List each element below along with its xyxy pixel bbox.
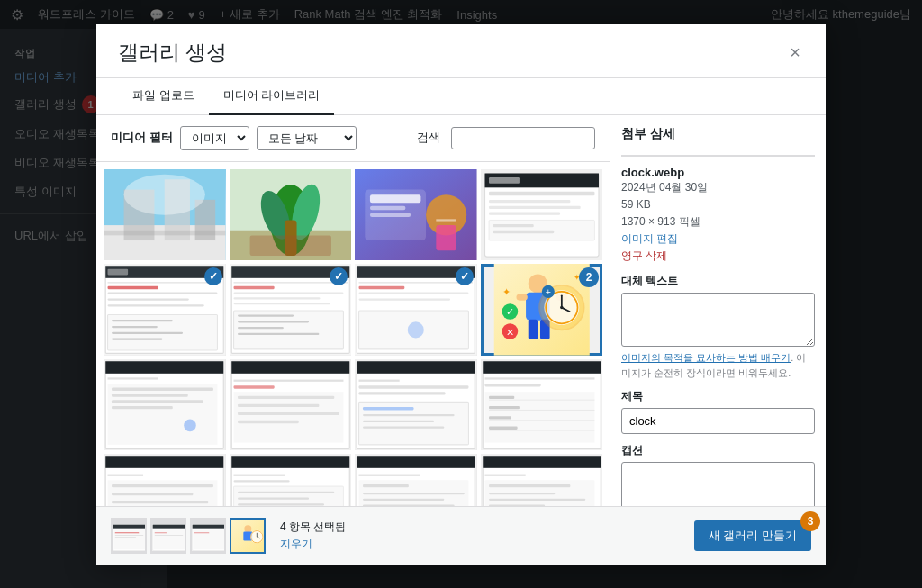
svg-rect-150 bbox=[233, 475, 284, 476]
title-input[interactable]: clock bbox=[621, 408, 815, 434]
media-item[interactable]: ✓ bbox=[104, 264, 226, 356]
alt-text-label: 대체 텍스트 bbox=[621, 274, 815, 289]
media-item[interactable] bbox=[481, 169, 603, 261]
svg-rect-98 bbox=[112, 400, 203, 403]
svg-rect-124 bbox=[483, 361, 601, 374]
svg-rect-26 bbox=[489, 191, 594, 195]
svg-rect-20 bbox=[436, 225, 456, 250]
svg-rect-104 bbox=[233, 379, 343, 381]
svg-rect-40 bbox=[108, 299, 189, 301]
svg-rect-43 bbox=[112, 320, 173, 321]
media-item[interactable] bbox=[481, 359, 603, 451]
gallery-modal: 갤러리 생성 × 파일 업로드 미디어 라이브러리 미디어 필터 이미지 bbox=[96, 24, 826, 565]
svg-rect-167 bbox=[363, 505, 455, 506]
create-gallery-button[interactable]: 새 갤러리 만들기 bbox=[694, 520, 811, 551]
svg-rect-119 bbox=[363, 414, 455, 416]
alt-text-hint: 이미지의 목적을 묘사하는 방법 배우기. 이미지가 순전히 장식이라면 비워두… bbox=[621, 350, 815, 380]
search-input[interactable] bbox=[451, 127, 595, 149]
alt-text-learn-link[interactable]: 이미지의 목적을 묘사하는 방법 배우기 bbox=[621, 352, 791, 363]
svg-rect-65 bbox=[359, 293, 469, 294]
media-checkmark: ✓ bbox=[204, 267, 222, 285]
svg-rect-125 bbox=[484, 377, 594, 379]
svg-rect-13 bbox=[249, 235, 330, 256]
footer-thumb-1[interactable] bbox=[111, 518, 147, 554]
svg-rect-107 bbox=[238, 395, 334, 398]
title-label: 제목 bbox=[621, 389, 815, 404]
details-preview: ✓ ✕ + bbox=[621, 155, 815, 157]
media-item-clock[interactable]: ✦ ✦ ✦ ✓ ✕ bbox=[481, 264, 603, 356]
svg-rect-216 bbox=[194, 532, 210, 533]
svg-rect-64 bbox=[359, 286, 405, 289]
svg-rect-171 bbox=[483, 457, 601, 469]
media-item[interactable]: ✓ bbox=[355, 264, 477, 356]
filter-date-select[interactable]: 모든 날짜 2024년 04월 2024년 03월 bbox=[257, 126, 357, 150]
caption-input[interactable] bbox=[621, 462, 815, 505]
svg-rect-164 bbox=[363, 484, 409, 487]
media-item[interactable] bbox=[355, 359, 477, 451]
svg-rect-154 bbox=[238, 498, 309, 500]
svg-rect-56 bbox=[238, 315, 294, 317]
media-item[interactable] bbox=[104, 169, 226, 261]
create-gallery-step-badge: 3 bbox=[800, 511, 820, 531]
footer-selected-count: 4 항목 선택됨 bbox=[280, 520, 346, 535]
svg-rect-165 bbox=[363, 493, 465, 494]
media-item[interactable] bbox=[230, 169, 352, 261]
svg-rect-208 bbox=[153, 524, 186, 528]
svg-text:+: + bbox=[545, 286, 550, 297]
media-grid: ✓ bbox=[96, 162, 610, 506]
tab-file-upload[interactable]: 파일 업로드 bbox=[118, 78, 209, 115]
media-checkmark: ✓ bbox=[456, 267, 474, 285]
modal-tabs: 파일 업로드 미디어 라이브러리 bbox=[96, 78, 826, 115]
svg-rect-31 bbox=[493, 223, 533, 226]
svg-rect-121 bbox=[363, 426, 444, 428]
svg-rect-74 bbox=[528, 320, 538, 339]
svg-rect-139 bbox=[108, 475, 144, 476]
modal-close-button[interactable]: × bbox=[786, 40, 804, 65]
media-item[interactable] bbox=[104, 454, 226, 505]
svg-point-188 bbox=[719, 155, 744, 157]
svg-rect-133 bbox=[489, 406, 520, 409]
filter-type-select[interactable]: 이미지 오디오 비디오 bbox=[180, 126, 249, 150]
svg-rect-27 bbox=[489, 199, 570, 202]
alt-text-input[interactable] bbox=[621, 293, 815, 347]
media-checkmark: ✓ bbox=[330, 267, 348, 285]
svg-rect-183 bbox=[707, 155, 723, 157]
svg-rect-99 bbox=[112, 406, 173, 409]
tab-media-library[interactable]: 미디어 라이브러리 bbox=[209, 78, 335, 115]
modal-title: 갤러리 생성 bbox=[118, 39, 227, 67]
svg-rect-205 bbox=[115, 537, 136, 538]
svg-rect-54 bbox=[233, 303, 330, 304]
svg-rect-29 bbox=[489, 212, 560, 214]
svg-text:✓: ✓ bbox=[693, 155, 699, 157]
svg-rect-126 bbox=[484, 384, 540, 386]
details-panel: 첨부 삼세 bbox=[610, 115, 826, 506]
svg-rect-120 bbox=[363, 421, 434, 422]
svg-rect-135 bbox=[489, 426, 518, 429]
svg-rect-36 bbox=[108, 269, 129, 276]
media-item[interactable] bbox=[104, 359, 226, 451]
svg-rect-162 bbox=[359, 475, 420, 476]
details-caption-field: 캡션 bbox=[621, 443, 815, 505]
media-item[interactable] bbox=[355, 169, 477, 261]
media-item[interactable] bbox=[355, 454, 477, 505]
media-item[interactable] bbox=[230, 454, 352, 505]
footer-clear-button[interactable]: 지우기 bbox=[280, 537, 346, 552]
delete-image-link[interactable]: 영구 삭제 bbox=[621, 248, 815, 265]
media-item[interactable]: ✓ bbox=[230, 264, 352, 356]
footer-thumb-clock[interactable] bbox=[230, 518, 266, 554]
media-item[interactable] bbox=[230, 359, 352, 451]
svg-rect-108 bbox=[238, 403, 319, 406]
clock-selection-badge: 2 bbox=[579, 267, 599, 287]
edit-image-link[interactable]: 이미지 편집 bbox=[621, 231, 815, 248]
media-content: 미디어 필터 이미지 오디오 비디오 모든 날짜 2024년 04월 2024년… bbox=[96, 115, 610, 506]
svg-rect-32 bbox=[493, 230, 554, 232]
media-item[interactable] bbox=[481, 454, 603, 505]
footer-thumb-2[interactable] bbox=[150, 518, 186, 554]
details-alt-text-field: 대체 텍스트 이미지의 목적을 묘사하는 방법 배우기. 이미지가 순전히 장식… bbox=[621, 274, 815, 380]
svg-rect-118 bbox=[363, 407, 413, 410]
filter-bar: 미디어 필터 이미지 오디오 비디오 모든 날짜 2024년 04월 2024년… bbox=[96, 115, 610, 162]
svg-text:✕: ✕ bbox=[506, 327, 514, 338]
svg-rect-63 bbox=[359, 282, 473, 283]
svg-rect-16 bbox=[370, 194, 420, 203]
footer-thumb-3[interactable] bbox=[190, 518, 226, 554]
